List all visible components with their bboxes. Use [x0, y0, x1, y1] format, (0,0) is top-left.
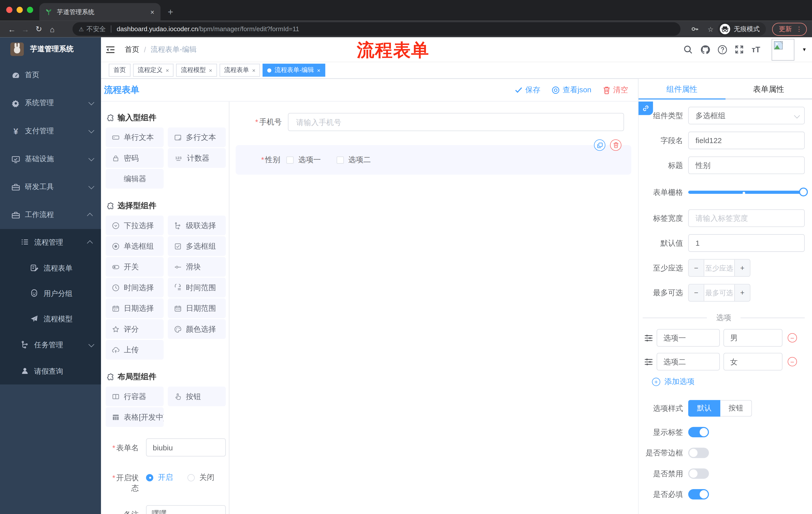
new-tab-button[interactable]: + [168, 3, 173, 21]
checkbox-icon[interactable] [286, 156, 294, 163]
tab-close-icon[interactable]: × [149, 8, 155, 16]
drag-handle-icon[interactable] [644, 333, 654, 343]
palette-item-button[interactable]: 按钮 [168, 386, 226, 406]
disabled-switch[interactable] [688, 468, 709, 479]
canvas-field-gender-selected[interactable]: *性别 选项一 选项二 [236, 145, 631, 174]
close-window-button[interactable] [6, 7, 12, 13]
checkbox-icon[interactable] [337, 156, 344, 163]
minimize-window-button[interactable] [17, 7, 23, 13]
max-select-input[interactable] [704, 285, 734, 301]
tab-form-props[interactable]: 表单属性 [725, 79, 812, 99]
form-canvas[interactable]: *手机号 [229, 102, 638, 514]
style-button-button[interactable]: 按钮 [720, 400, 752, 417]
sidebar-item-payment[interactable]: ¥ 支付管理 [0, 117, 101, 145]
phone-input[interactable] [288, 113, 624, 131]
delete-component-button[interactable] [610, 139, 621, 151]
form-grid-slider[interactable] [688, 183, 804, 201]
option-value-input[interactable] [723, 329, 782, 347]
status-radio-on[interactable]: 开启 [146, 472, 173, 482]
field-name-input[interactable] [688, 132, 805, 149]
github-icon[interactable] [700, 45, 710, 54]
remove-option-button[interactable]: − [788, 357, 797, 367]
status-radio-off[interactable]: 关闭 [187, 472, 214, 482]
palette-item-editor[interactable]: 编辑器 [106, 169, 164, 189]
decrease-button[interactable]: − [689, 285, 704, 301]
reload-icon[interactable]: ↻ [32, 24, 46, 34]
form-remark-textarea[interactable]: 嘿嘿 [146, 505, 226, 514]
sidebar-item-process-mgmt[interactable]: 流程管理 [0, 229, 101, 255]
sidebar-item-leave-query[interactable]: 请假查询 [0, 358, 101, 384]
palette-item-radio-group[interactable]: 单选框组 [106, 236, 164, 256]
close-icon[interactable]: × [166, 67, 169, 74]
option-value-input[interactable] [723, 353, 782, 371]
breadcrumb-home[interactable]: 首页 [125, 45, 140, 54]
palette-item-slider[interactable]: 滑块 [168, 257, 226, 277]
sidebar-toggle-icon[interactable] [105, 44, 115, 55]
view-tab-process-form-edit[interactable]: 流程表单-编辑× [263, 64, 325, 77]
title-input[interactable] [688, 156, 805, 174]
style-default-button[interactable]: 默认 [688, 400, 720, 417]
macos-traffic-lights[interactable] [6, 7, 33, 13]
view-tab-process-model[interactable]: 流程模型× [176, 64, 217, 77]
palette-item-switch[interactable]: 开关 [106, 257, 164, 277]
increase-button[interactable]: + [734, 260, 750, 276]
close-icon[interactable]: × [317, 67, 320, 74]
remove-option-button[interactable]: − [788, 333, 797, 343]
gender-checkbox-option1[interactable]: 选项一 [286, 155, 321, 165]
sidebar-item-home[interactable]: 首页 [0, 61, 101, 89]
decrease-button[interactable]: − [689, 260, 704, 276]
palette-item-time-picker[interactable]: 时间选择 [106, 278, 164, 297]
sidebar-item-process-model[interactable]: 流程模型 [0, 306, 101, 332]
security-label[interactable]: 不安全 [86, 25, 106, 33]
slider-track[interactable] [688, 191, 804, 194]
browser-update-button[interactable]: 更新 ⋮ [772, 23, 807, 36]
palette-item-select[interactable]: 下拉选择 [106, 216, 164, 235]
view-tab-home[interactable]: 首页 [109, 64, 130, 77]
forward-icon[interactable]: → [19, 25, 32, 33]
palette-item-rate[interactable]: 评分 [106, 319, 164, 339]
canvas-field-phone[interactable]: *手机号 [236, 113, 624, 131]
duplicate-component-button[interactable] [594, 139, 605, 151]
browser-tab[interactable]: 芋道管理系统 × [39, 3, 161, 21]
option-name-input[interactable] [657, 353, 720, 371]
help-icon[interactable] [718, 45, 727, 54]
palette-item-time-range[interactable]: 时间范围 [168, 278, 226, 297]
palette-item-row-container[interactable]: 行容器 [106, 386, 164, 406]
sidebar-item-infra[interactable]: 基础设施 [0, 145, 101, 173]
gender-checkbox-option2[interactable]: 选项二 [337, 155, 371, 165]
tab-component-props[interactable]: 组件属性 [638, 79, 725, 99]
sidebar-item-user-group[interactable]: 用户分组 [0, 281, 101, 306]
component-type-select[interactable] [688, 107, 805, 124]
min-select-input[interactable] [704, 260, 734, 276]
view-json-button[interactable]: 查看json [552, 85, 591, 95]
palette-item-password[interactable]: 密码 [106, 148, 164, 168]
address-bar[interactable]: ⚠ 不安全 dashboard.yudao.iocoder.cn/bpm/man… [72, 22, 681, 36]
close-icon[interactable]: × [252, 67, 256, 74]
default-value-input[interactable] [688, 234, 805, 252]
search-icon[interactable] [684, 45, 693, 54]
palette-item-date-range[interactable]: 日期范围 [168, 298, 226, 318]
avatar[interactable] [772, 39, 795, 61]
sidebar-item-workflow[interactable]: 工作流程 [0, 201, 101, 229]
required-switch[interactable] [688, 489, 709, 499]
back-icon[interactable]: ← [5, 25, 19, 33]
sidebar-item-system[interactable]: 系统管理 [0, 89, 101, 117]
drag-handle-icon[interactable] [644, 357, 654, 367]
add-option-button[interactable]: + 添加选项 [652, 377, 805, 386]
view-tab-process-definition[interactable]: 流程定义× [133, 64, 174, 77]
save-button[interactable]: 保存 [515, 85, 541, 95]
palette-item-upload[interactable]: 上传 [106, 340, 164, 360]
sidebar-item-devtools[interactable]: 研发工具 [0, 173, 101, 201]
clear-button[interactable]: 清空 [603, 85, 628, 95]
data-binding-link-tag[interactable] [638, 102, 653, 115]
option-name-input[interactable] [657, 329, 720, 347]
palette-item-multi-text[interactable]: 多行文本 [168, 128, 226, 147]
zoom-window-button[interactable] [27, 7, 33, 13]
palette-item-table[interactable]: 表格[开发中] [106, 407, 164, 427]
show-label-switch[interactable] [688, 427, 709, 437]
font-size-icon[interactable]: ᴛT [752, 45, 761, 54]
palette-item-single-text[interactable]: 单行文本 [106, 128, 164, 147]
sidebar-item-process-form[interactable]: 流程表单 [0, 255, 101, 281]
increase-button[interactable]: + [734, 285, 750, 301]
view-tab-process-form[interactable]: 流程表单× [220, 64, 260, 77]
